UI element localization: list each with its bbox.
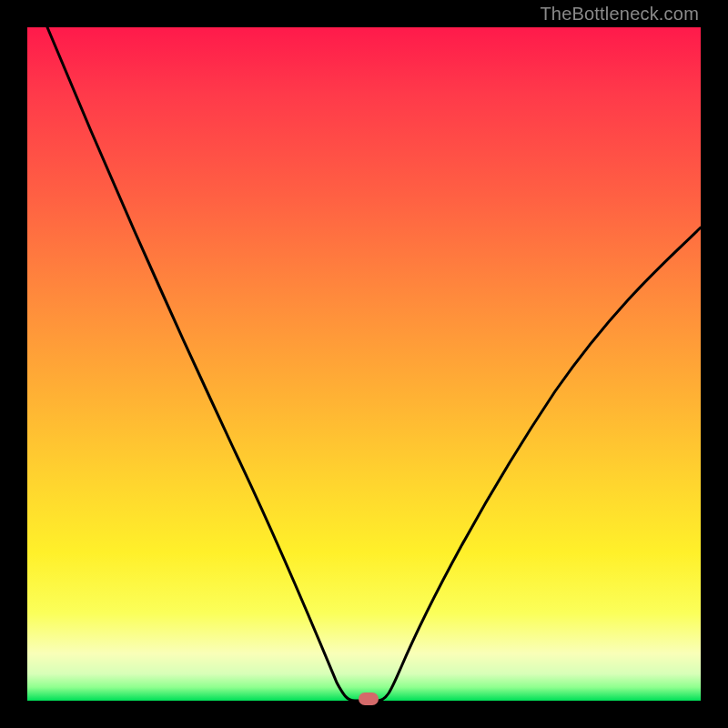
- plot-area: [27, 27, 701, 701]
- chart-frame: TheBottleneck.com: [0, 0, 728, 728]
- bottleneck-curve: [27, 27, 701, 701]
- watermark-text: TheBottleneck.com: [540, 4, 699, 25]
- optimal-point-marker: [359, 693, 379, 705]
- curve-path: [47, 27, 701, 701]
